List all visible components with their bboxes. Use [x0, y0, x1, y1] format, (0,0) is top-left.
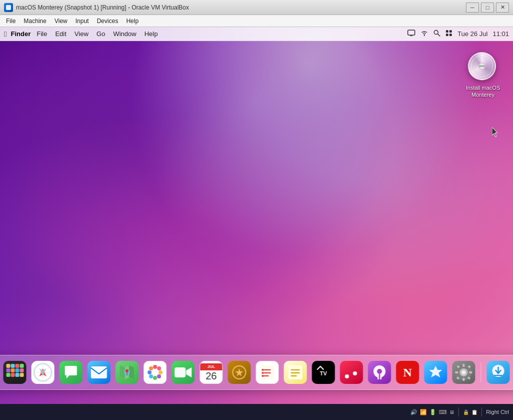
vbox-menu-input[interactable]: Input — [72, 17, 93, 26]
svg-point-37 — [262, 369, 264, 371]
spotlight-icon[interactable] — [433, 30, 440, 38]
macos-desktop-area:  Finder File Edit View Go Window Help — [0, 27, 513, 404]
screen-mirror-icon[interactable] — [407, 30, 415, 38]
vbox-close-button[interactable]: ✕ — [496, 3, 509, 13]
dock-item-facetime[interactable] — [170, 359, 196, 385]
vbox-menu-file[interactable]: File — [2, 17, 20, 26]
svg-point-27 — [149, 374, 153, 378]
svg-rect-51 — [463, 378, 465, 381]
vbox-minimize-button[interactable]: ─ — [466, 3, 479, 13]
svg-rect-52 — [455, 371, 458, 373]
virtualbox-window: macOS Monterey (Snapshot 1) [Running] - … — [0, 0, 513, 420]
dock-item-download[interactable] — [485, 359, 511, 385]
svg-point-25 — [149, 366, 153, 370]
control-center-icon[interactable] — [445, 30, 452, 38]
dvd-icon-label: Install macOS Monterey — [466, 84, 500, 99]
dock-item-reminders[interactable] — [254, 359, 281, 385]
vbox-window-controls: ─ □ ✕ — [466, 3, 509, 13]
macos-dock: JUL 26 — [0, 355, 513, 390]
mac-time: 11:01 — [492, 30, 509, 38]
mac-date: Tue 26 Jul — [457, 30, 487, 38]
dock-item-keka[interactable] — [226, 359, 252, 385]
svg-point-28 — [157, 374, 161, 378]
taskbar-icon-3[interactable]: 🔋 — [429, 409, 436, 415]
mac-menu-view[interactable]: View — [71, 29, 93, 39]
dock-item-messages[interactable] — [58, 359, 84, 385]
dock-item-sysprefs[interactable] — [451, 359, 477, 385]
taskbar-icon-2[interactable]: 📶 — [420, 409, 427, 415]
svg-point-23 — [148, 370, 152, 374]
svg-line-2 — [438, 34, 440, 37]
svg-text:TV: TV — [320, 370, 327, 376]
vbox-maximize-button[interactable]: □ — [481, 3, 494, 13]
svg-point-21 — [153, 365, 157, 369]
mac-menu-window[interactable]: Window — [109, 29, 140, 39]
svg-rect-4 — [449, 30, 452, 33]
dock-item-launchpad[interactable] — [2, 359, 28, 385]
svg-point-22 — [153, 376, 157, 380]
taskbar-icon-7[interactable]: 📋 — [471, 409, 477, 415]
dock-item-appstore[interactable] — [423, 359, 449, 385]
svg-point-38 — [262, 372, 264, 374]
svg-rect-6 — [449, 34, 452, 36]
svg-point-49 — [462, 370, 466, 374]
svg-rect-5 — [446, 34, 448, 36]
macos-status-area: Tue 26 Jul 11:01 — [407, 30, 509, 38]
taskbar-icon-5[interactable]: 🖥 — [449, 409, 454, 415]
macos-wallpaper — [0, 27, 513, 404]
vbox-menu-machine[interactable]: Machine — [20, 17, 50, 26]
svg-point-24 — [159, 370, 163, 374]
vbox-window-title: macOS Monterey (Snapshot 1) [Running] - … — [16, 4, 466, 11]
svg-rect-0 — [408, 30, 415, 35]
vbox-menu-devices[interactable]: Devices — [93, 17, 122, 26]
dock-item-podcasts[interactable] — [367, 359, 393, 385]
vbox-menubar: File Machine View Input Devices Help — [0, 15, 513, 27]
dvd-desktop-icon[interactable]: DVD Install macOS Monterey — [463, 52, 503, 99]
svg-marker-31 — [186, 367, 192, 377]
vbox-menu-help[interactable]: Help — [122, 17, 143, 26]
vbox-app-icon — [4, 3, 13, 12]
dock-item-news[interactable]: N — [395, 359, 421, 385]
svg-point-26 — [157, 366, 161, 370]
svg-rect-3 — [446, 30, 448, 33]
finder-menu-label[interactable]: Finder — [11, 30, 31, 38]
dock-item-photos[interactable] — [142, 359, 168, 385]
apple-menu-button[interactable]:  — [4, 30, 7, 38]
svg-rect-50 — [463, 364, 465, 367]
taskbar-icon-6[interactable]: 🔒 — [463, 409, 469, 415]
mac-menu-edit[interactable]: Edit — [51, 29, 70, 39]
dock-item-maps[interactable] — [114, 359, 140, 385]
mac-menu-file[interactable]: File — [33, 29, 51, 39]
taskbar-icon-1[interactable]: 🔊 — [410, 409, 417, 415]
svg-point-45 — [377, 369, 382, 374]
dock-item-mail[interactable] — [86, 359, 112, 385]
vbox-titlebar: macOS Monterey (Snapshot 1) [Running] - … — [0, 0, 513, 15]
right-ctrl-label: Right Ctrl — [486, 409, 509, 415]
dock-item-safari[interactable] — [30, 359, 56, 385]
dock-item-tv[interactable]: TV — [311, 359, 337, 385]
svg-point-39 — [262, 375, 264, 377]
dock-item-notes[interactable] — [283, 359, 309, 385]
windows-taskbar: 🔊 📶 🔋 ⌨ 🖥 🔒 📋 Right Ctrl — [0, 404, 513, 420]
svg-rect-53 — [469, 371, 472, 373]
dock-item-music[interactable] — [339, 359, 365, 385]
svg-rect-18 — [91, 366, 107, 378]
taskbar-icon-4[interactable]: ⌨ — [439, 409, 447, 415]
svg-rect-30 — [175, 367, 186, 377]
wifi-icon[interactable] — [420, 30, 428, 38]
mac-menu-go[interactable]: Go — [93, 29, 109, 39]
dock-divider — [481, 362, 481, 382]
vbox-menu-view[interactable]: View — [51, 17, 72, 26]
svg-point-29 — [153, 370, 158, 375]
svg-point-19 — [126, 369, 129, 372]
svg-text:N: N — [403, 366, 412, 379]
mac-menu-help[interactable]: Help — [140, 29, 162, 39]
dock-item-calendar[interactable]: JUL 26 — [198, 359, 224, 385]
macos-menubar:  Finder File Edit View Go Window Help — [0, 27, 513, 41]
